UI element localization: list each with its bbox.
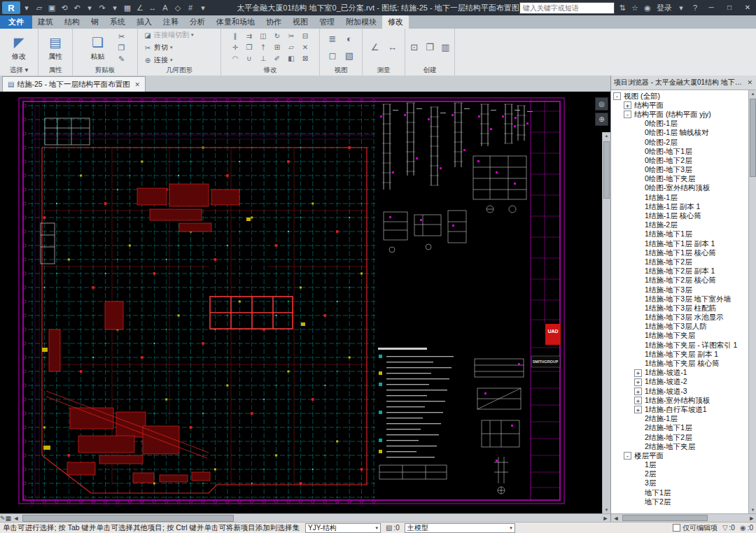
tab-modify[interactable]: 修改 bbox=[382, 15, 409, 29]
tree-item[interactable]: 1结施-地下夹层 bbox=[611, 332, 748, 341]
favorites-icon[interactable]: ☆ bbox=[629, 3, 641, 13]
measure-icon[interactable]: ∠ bbox=[134, 3, 146, 13]
tab-analyze[interactable]: 分析 bbox=[184, 15, 211, 29]
legend-component-icon[interactable]: ▥ bbox=[439, 39, 452, 56]
3d-view-icon[interactable]: ◇ bbox=[172, 3, 184, 13]
tree-item[interactable]: + 1结施-室外结构顶板 bbox=[611, 396, 748, 405]
tree-item[interactable]: 1结施-地下夹层 副本 1 bbox=[611, 350, 748, 359]
sync-icon[interactable]: ⟲ bbox=[58, 3, 71, 13]
open-icon[interactable]: ▱ bbox=[33, 3, 46, 13]
cut-icon[interactable]: ✂ bbox=[115, 31, 128, 42]
match-type-icon[interactable]: ✎ bbox=[115, 54, 128, 64]
aligned-dimension-icon[interactable]: ↔ bbox=[385, 39, 400, 56]
tab-structure[interactable]: 结构 bbox=[59, 15, 85, 29]
signin-caret-icon[interactable]: ▾ bbox=[675, 3, 687, 13]
tree-item[interactable]: 0绘图-地下2层 bbox=[611, 156, 748, 165]
tree-expander-icon[interactable]: + bbox=[634, 397, 642, 404]
mirror-icon[interactable]: ◫ bbox=[256, 31, 270, 42]
tree-item[interactable]: 1结施-地下1层 副本 1 bbox=[611, 239, 748, 248]
tree-item[interactable]: 0绘图-室外结构顶板 bbox=[611, 184, 748, 193]
browser-hscroll-thumb[interactable] bbox=[622, 515, 708, 521]
tree-expander-icon[interactable]: + bbox=[634, 378, 642, 386]
browser-scroll-left-icon[interactable]: ◄ bbox=[611, 515, 621, 522]
close-button[interactable]: ✕ bbox=[739, 0, 756, 15]
tab-architecture[interactable]: 建筑 bbox=[32, 15, 59, 29]
tree-expander-icon[interactable]: - bbox=[624, 111, 631, 118]
scroll-left-icon[interactable]: ◄ bbox=[11, 515, 21, 522]
redo-icon[interactable]: ↷ bbox=[96, 3, 108, 13]
tree-item[interactable]: 1结施-地下3层 柱配筋 bbox=[611, 304, 748, 313]
copy-icon[interactable]: ❐ bbox=[115, 43, 128, 53]
create-similar-icon[interactable]: ❐ bbox=[423, 39, 436, 56]
modify-button[interactable]: ◤ 修改 bbox=[4, 34, 34, 62]
tree-item[interactable]: + 1结施-坡道-2 bbox=[611, 378, 748, 387]
tree-item[interactable]: + 1结施-自行车坡道1 bbox=[611, 405, 748, 414]
scale-icon[interactable]: ▱ bbox=[284, 42, 298, 53]
undo-caret-icon[interactable]: ▾ bbox=[83, 3, 96, 13]
tree-item[interactable]: 地下2层 bbox=[611, 497, 748, 506]
cut-profile-icon[interactable]: ▧ bbox=[341, 48, 358, 64]
tree-item[interactable]: 0绘图-1层 bbox=[611, 120, 748, 129]
paste-button[interactable]: ❏ 粘贴 bbox=[83, 34, 113, 62]
tree-item[interactable]: 0绘图-地下夹层 bbox=[611, 175, 748, 184]
browser-vscroll-thumb[interactable] bbox=[750, 99, 756, 177]
cut-geometry-button[interactable]: ✂剪切▾ bbox=[144, 43, 173, 53]
design-option-select[interactable]: 主模型▾ bbox=[405, 523, 515, 533]
tree-item[interactable]: 2结施-1层 bbox=[611, 415, 748, 424]
selection-count-button[interactable]: ◉:0 bbox=[740, 524, 753, 532]
thin-lines-icon[interactable]: ≣ bbox=[324, 31, 341, 48]
tree-item[interactable]: 1结施-地下2层 核心筒 bbox=[611, 276, 748, 285]
scroll-up-icon[interactable]: ▲ bbox=[603, 132, 610, 139]
workset-status-button[interactable]: ▧:0 bbox=[386, 524, 400, 532]
demolish-icon[interactable]: ⊠ bbox=[298, 53, 312, 64]
measure-length-icon[interactable]: ∠ bbox=[368, 39, 383, 56]
tree-item[interactable]: 2结施-地下2层 bbox=[611, 433, 748, 442]
tab-addins[interactable]: 附加模块 bbox=[340, 15, 382, 29]
tree-item[interactable]: 2层 bbox=[611, 470, 748, 479]
align-icon[interactable]: ∥ bbox=[228, 31, 242, 42]
tree-item[interactable]: 1结施-1层 副本 1 bbox=[611, 202, 748, 211]
tree-expander-icon[interactable]: + bbox=[634, 406, 642, 413]
project-browser-header[interactable]: 项目浏览器 - 太平金融大厦01结构 地下室0_已... ✕ bbox=[611, 76, 756, 90]
tree-item[interactable]: 1结施-地下3层 地下室外墙 bbox=[611, 294, 748, 304]
properties-button[interactable]: ▤ 属性 bbox=[41, 34, 70, 62]
canvas-vscrollbar[interactable]: ▲ ▼ bbox=[602, 132, 610, 513]
tree-expander-icon[interactable]: + bbox=[634, 388, 642, 395]
tree-item[interactable]: 0绘图-2层 bbox=[611, 138, 748, 147]
coping-button[interactable]: ◪连接端切割▾ bbox=[144, 30, 194, 41]
zoom-icon[interactable]: ⊕ bbox=[595, 113, 608, 126]
tree-item[interactable]: + 1结施-坡道-1 bbox=[611, 369, 748, 378]
maximize-button[interactable]: □ bbox=[721, 0, 738, 15]
worksharing-display-icon[interactable]: ▦ bbox=[6, 515, 12, 522]
tab-systems[interactable]: 系统 bbox=[104, 15, 131, 29]
view-tab-close-icon[interactable]: ✕ bbox=[134, 81, 140, 88]
customize-caret-icon[interactable]: ▾ bbox=[197, 3, 209, 13]
browser-hscrollbar[interactable]: ◄ ► bbox=[611, 513, 756, 522]
tree-item[interactable]: 地下1层 bbox=[611, 488, 748, 497]
tree-item[interactable]: 1结施-地下3层 bbox=[611, 285, 748, 294]
tree-item[interactable]: 1结施-地下夹层 - 详图索引 1 bbox=[611, 341, 748, 350]
wall-joins-icon[interactable]: ⊥ bbox=[256, 53, 270, 64]
vscroll-thumb[interactable] bbox=[603, 141, 610, 199]
signin-button[interactable]: 登录 bbox=[655, 3, 673, 13]
text-icon[interactable]: A bbox=[159, 3, 172, 12]
fillet-icon[interactable]: ◠ bbox=[228, 53, 242, 64]
account-icon[interactable]: ◉ bbox=[641, 3, 654, 13]
delete-icon[interactable]: ✕ bbox=[298, 42, 312, 53]
tab-collaborate[interactable]: 协作 bbox=[260, 15, 287, 29]
tree-item[interactable]: 2结施-地下1层 bbox=[611, 424, 748, 433]
hscroll-thumb[interactable] bbox=[22, 515, 234, 522]
project-browser-close-icon[interactable]: ✕ bbox=[746, 79, 754, 86]
save-icon[interactable]: ▣ bbox=[46, 3, 58, 13]
scroll-down-icon[interactable]: ▼ bbox=[603, 506, 610, 513]
tree-expander-icon[interactable]: - bbox=[613, 92, 621, 100]
tree-item[interactable]: 1结施-地下1层 bbox=[611, 230, 748, 239]
browser-vscrollbar[interactable]: ▲ ▼ bbox=[748, 90, 756, 513]
file-tab[interactable]: 文件 bbox=[0, 15, 32, 29]
help-icon[interactable]: ? bbox=[689, 3, 701, 12]
search-input[interactable] bbox=[519, 2, 615, 14]
tree-item[interactable]: - 结构平面 (结构平面 yjy) bbox=[611, 110, 748, 119]
tab-steel[interactable]: 钢 bbox=[85, 15, 104, 29]
drawing-viewport[interactable]: UAD SMITHGROUP bbox=[0, 92, 610, 513]
tree-item[interactable]: 1结施-1层 核心筒 bbox=[611, 211, 748, 220]
